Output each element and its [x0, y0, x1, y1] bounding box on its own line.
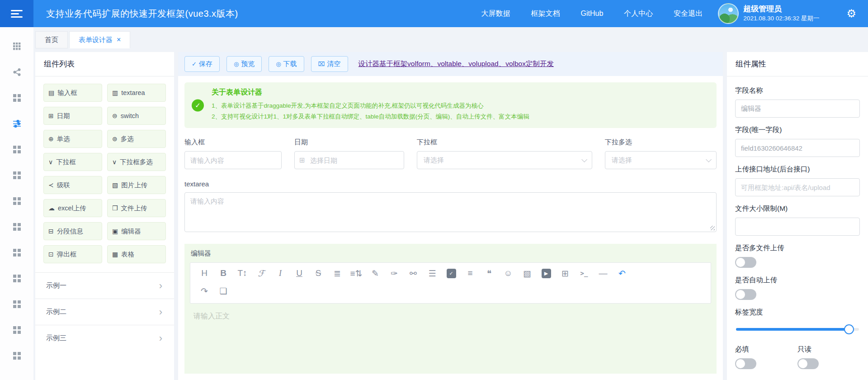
readonly-toggle[interactable]: [797, 358, 819, 369]
component-弹出框[interactable]: ⊡弹出框: [43, 245, 102, 263]
rich-editor-block[interactable]: 编辑器 HBT↕ℱIUS≣≡⇅✎✑⚯☰✓≡❝☺▧▶⊞>_—↶ ↷❏ 请输入正文: [184, 244, 717, 374]
bullet-list-icon[interactable]: ☰: [423, 267, 442, 280]
highlight-icon[interactable]: ✎: [366, 267, 385, 280]
component-文件上传[interactable]: ❒文件上传: [107, 199, 166, 217]
component-日期[interactable]: ⊞日期: [43, 107, 102, 125]
bold-icon[interactable]: B: [214, 267, 233, 280]
rail-icon-grid4[interactable]: [13, 94, 21, 102]
brush-icon[interactable]: ✑: [385, 267, 404, 280]
tab-close-icon[interactable]: ×: [117, 36, 121, 43]
component-textarea[interactable]: ▥textarea: [107, 84, 166, 102]
component-label: textarea: [121, 89, 145, 96]
select-dropdown[interactable]: 请选择: [417, 151, 592, 169]
hamburger-icon: [11, 8, 23, 19]
heading-icon[interactable]: H: [195, 267, 214, 280]
component-分段信息[interactable]: ⊟分段信息: [43, 222, 102, 240]
component-级联[interactable]: ≺级联: [43, 176, 102, 194]
font-size-icon[interactable]: T↕: [233, 267, 252, 280]
tab-form-designer[interactable]: 表单设计器 ×: [69, 31, 130, 48]
clear-button[interactable]: ⌧清空: [311, 56, 348, 72]
nav-item-框架文档[interactable]: 框架文档: [531, 9, 560, 19]
preview-button[interactable]: ◎预览: [226, 56, 262, 72]
alert-title: 关于表单设计器: [212, 88, 708, 97]
save-button[interactable]: ✓保存: [184, 56, 220, 72]
italic-icon[interactable]: I: [271, 267, 290, 280]
button-label: 预览: [241, 60, 255, 68]
file-size-input[interactable]: [735, 218, 860, 236]
slider-handle[interactable]: [844, 324, 854, 334]
nav-item-安全退出[interactable]: 安全退出: [674, 9, 703, 19]
component-单选[interactable]: ⊕单选: [43, 130, 102, 148]
switch-icon: ⊜: [112, 112, 118, 119]
multi-file-toggle[interactable]: [735, 257, 756, 268]
code-block-icon[interactable]: >_: [575, 267, 594, 280]
framework-link[interactable]: 设计器基于框架volform、voltable、volupload、volbox…: [359, 59, 554, 69]
indent-icon[interactable]: ≣: [328, 267, 347, 280]
tab-home[interactable]: 首页: [35, 31, 68, 48]
required-toggle[interactable]: [735, 358, 756, 369]
component-图片上传[interactable]: ▧图片上传: [107, 176, 166, 194]
video-icon[interactable]: ▶: [537, 267, 556, 280]
field-name-input[interactable]: [735, 100, 860, 118]
download-button[interactable]: ◎下载: [269, 56, 304, 72]
rail-icon-grid4[interactable]: [13, 249, 21, 256]
component-输入框[interactable]: ▤输入框: [43, 84, 102, 102]
avatar[interactable]: [718, 3, 739, 24]
insert-image-icon[interactable]: ▧: [518, 267, 537, 280]
strikethrough-icon[interactable]: S: [309, 267, 328, 280]
todo-list-icon[interactable]: ✓: [442, 267, 461, 280]
link-icon[interactable]: ⚯: [404, 267, 423, 280]
horizontal-rule-icon[interactable]: —: [594, 267, 613, 280]
nav-item-大屏数据[interactable]: 大屏数据: [481, 9, 510, 19]
underline-icon[interactable]: U: [290, 267, 309, 280]
undo-icon[interactable]: ↶: [613, 267, 632, 280]
rail-icon-grid9[interactable]: [13, 43, 21, 50]
example-row-示例一[interactable]: 示例一›: [35, 272, 174, 299]
example-row-示例二[interactable]: 示例二›: [35, 299, 174, 325]
component-多选[interactable]: ⊚多选: [107, 130, 166, 148]
upload-url-input[interactable]: [735, 178, 860, 196]
textarea-input[interactable]: [184, 192, 717, 232]
component-表格[interactable]: ▦表格: [107, 245, 166, 263]
rail-icon-grid4[interactable]: [13, 352, 21, 360]
field-key-input[interactable]: [735, 139, 860, 157]
chevron-down-icon: [706, 157, 712, 162]
component-下拉框多选[interactable]: ∨下拉框多选: [107, 153, 166, 171]
rail-icon-sliders[interactable]: [13, 120, 21, 128]
align-icon[interactable]: ≡: [461, 267, 480, 280]
gear-icon[interactable]: ⚙: [846, 7, 856, 20]
rail-icon-grid4[interactable]: [13, 223, 21, 231]
text-input[interactable]: [184, 151, 282, 169]
font-family-icon[interactable]: ℱ: [252, 267, 271, 280]
date-input[interactable]: [294, 151, 404, 169]
rail-icon-grid4[interactable]: [13, 326, 21, 334]
rail-icon-grid4[interactable]: [13, 197, 21, 205]
redo-icon[interactable]: ↷: [195, 285, 214, 297]
collapse-menu-button[interactable]: [0, 0, 33, 27]
label-width-slider[interactable]: [736, 324, 859, 334]
editor-icon: ▣: [112, 228, 118, 235]
nav-item-GitHub[interactable]: GitHub: [581, 10, 604, 18]
auto-upload-toggle[interactable]: [735, 289, 756, 300]
insert-table-icon[interactable]: ⊞: [556, 267, 575, 280]
editor-content[interactable]: 请输入正文: [190, 304, 711, 374]
nav-item-个人中心[interactable]: 个人中心: [624, 9, 653, 19]
quote-icon[interactable]: ❝: [480, 267, 499, 280]
rail-icon-grid4[interactable]: [13, 275, 21, 282]
user-datetime: 2021.08.30 02:36:32 星期一: [743, 14, 819, 23]
example-label: 示例二: [46, 308, 66, 316]
rail-icon-grid4[interactable]: [13, 146, 21, 153]
component-编辑器[interactable]: ▣编辑器: [107, 222, 166, 240]
component-excel上传[interactable]: ☁excel上传: [43, 199, 102, 217]
component-switch[interactable]: ⊜switch: [107, 107, 166, 125]
form-fields-row: 输入框 日期 ⊞ 下拉框: [184, 138, 717, 169]
line-height-icon[interactable]: ≡⇅: [347, 267, 366, 280]
rail-icon-grid4[interactable]: [13, 171, 21, 179]
rail-icon-grid4[interactable]: [13, 300, 21, 308]
multi-select-dropdown[interactable]: 请选择: [605, 151, 717, 169]
example-row-示例三[interactable]: 示例三›: [35, 325, 174, 351]
fullscreen-icon[interactable]: ❏: [214, 285, 233, 297]
emoji-icon[interactable]: ☺: [499, 267, 518, 280]
component-下拉框[interactable]: ∨下拉框: [43, 153, 102, 171]
rail-icon-share[interactable]: [13, 68, 21, 76]
